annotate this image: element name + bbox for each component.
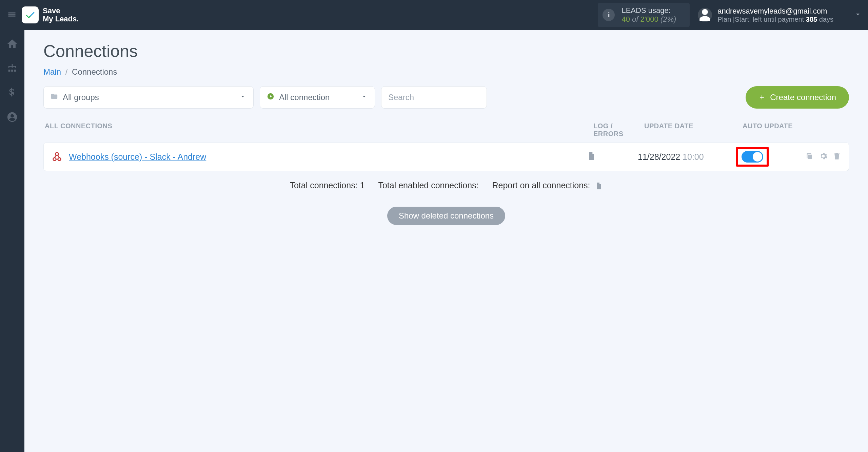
- plan-days-num: 385: [806, 16, 817, 23]
- plan-days-word: days: [819, 16, 833, 23]
- connections-filter-label: All connection: [279, 93, 330, 102]
- main-content: Connections Main / Connections All group…: [24, 30, 868, 452]
- usage-total: 2'000: [640, 15, 658, 23]
- total-connections: Total connections: 1: [290, 181, 364, 190]
- play-circle-icon: [267, 93, 274, 102]
- auto-update-cell: [736, 147, 790, 167]
- usage-of: of: [632, 15, 638, 23]
- groups-dropdown[interactable]: All groups: [43, 86, 254, 109]
- report-button[interactable]: [593, 181, 603, 190]
- nav-home[interactable]: [6, 38, 18, 51]
- svg-point-2: [56, 152, 59, 155]
- log-button[interactable]: [587, 151, 596, 162]
- leads-usage-box: i LEADS usage: 40 of 2'000 (2%): [598, 3, 690, 27]
- dollar-icon: [6, 87, 18, 98]
- show-deleted-button[interactable]: Show deleted connections: [387, 207, 505, 225]
- account-caret[interactable]: [854, 10, 862, 20]
- report-label: Report on all connections:: [492, 181, 590, 190]
- nav-connections[interactable]: [6, 62, 18, 75]
- sitemap-icon: [6, 62, 18, 74]
- breadcrumb-sep: /: [65, 67, 68, 76]
- copy-icon: [805, 152, 814, 161]
- total-label: Total connections:: [290, 181, 357, 190]
- total-value: 1: [360, 181, 365, 190]
- avatar-icon: [698, 8, 712, 22]
- highlight-annotation: [736, 147, 769, 167]
- plus-icon: [758, 94, 765, 101]
- col-all-connections: ALL CONNECTIONS: [45, 122, 593, 138]
- menu-toggle-button[interactable]: [3, 6, 20, 23]
- webhook-icon: [51, 151, 63, 163]
- nav-billing[interactable]: [6, 87, 18, 100]
- chevron-down-icon: [360, 93, 368, 102]
- file-icon: [595, 182, 603, 190]
- update-date: 11/28/2022: [638, 152, 680, 162]
- groups-label: All groups: [63, 93, 99, 102]
- usage-text: LEADS usage: 40 of 2'000 (2%): [622, 6, 676, 24]
- create-connection-label: Create connection: [770, 93, 836, 102]
- table-row: Webhooks (source) - Slack - Andrew 11/28…: [43, 143, 849, 171]
- brand-line2: My Leads.: [43, 15, 79, 23]
- account-menu[interactable]: andrewsavemyleads@gmail.com Plan |Start|…: [698, 7, 833, 23]
- create-connection-button[interactable]: Create connection: [746, 86, 849, 109]
- breadcrumb: Main / Connections: [43, 67, 849, 77]
- app-header: Save My Leads. i LEADS usage: 40 of 2'00…: [0, 0, 868, 30]
- hamburger-icon: [7, 10, 17, 20]
- log-cell: [587, 151, 638, 162]
- usage-current: 40: [622, 15, 630, 23]
- enabled-connections: Total enabled connections:: [378, 181, 478, 190]
- settings-button[interactable]: [819, 152, 828, 162]
- trash-icon: [832, 152, 841, 161]
- nav-account[interactable]: [6, 111, 18, 124]
- filter-bar: All groups All connection: [43, 86, 849, 109]
- logo-mark: [22, 6, 39, 23]
- connections-table: ALL CONNECTIONS LOG / ERRORS UPDATE DATE…: [43, 122, 849, 171]
- account-email: andrewsavemyleads@gmail.com: [717, 7, 833, 16]
- breadcrumb-main[interactable]: Main: [43, 67, 61, 76]
- plan-prefix: Plan |Start| left until payment: [717, 16, 804, 23]
- brand-logo[interactable]: Save My Leads.: [22, 6, 79, 23]
- account-plan: Plan |Start| left until payment 385 days: [717, 16, 833, 23]
- account-lines: andrewsavemyleads@gmail.com Plan |Start|…: [717, 7, 833, 23]
- usage-pct: (2%): [660, 15, 676, 23]
- delete-button[interactable]: [832, 152, 841, 162]
- summary-row: Total connections: 1 Total enabled conne…: [43, 181, 849, 190]
- copy-button[interactable]: [805, 152, 814, 162]
- page-title: Connections: [43, 41, 849, 61]
- date-cell: 11/28/2022 10:00: [638, 152, 736, 162]
- table-header: ALL CONNECTIONS LOG / ERRORS UPDATE DATE…: [43, 122, 849, 143]
- user-circle-icon: [6, 111, 18, 123]
- brand-name: Save My Leads.: [43, 7, 79, 23]
- svg-point-1: [58, 158, 61, 161]
- row-actions: [790, 152, 841, 162]
- col-auto-update: AUTO UPDATE: [743, 122, 848, 138]
- brand-line1: Save: [43, 7, 79, 15]
- usage-values: 40 of 2'000 (2%): [622, 15, 676, 24]
- update-time: 10:00: [683, 152, 704, 162]
- check-icon: [24, 9, 36, 21]
- svg-point-0: [53, 158, 56, 161]
- gear-icon: [819, 152, 828, 161]
- info-icon: i: [603, 9, 615, 21]
- col-log-errors: LOG / ERRORS: [593, 122, 644, 138]
- connections-filter-dropdown[interactable]: All connection: [260, 86, 375, 109]
- chevron-down-icon: [239, 93, 246, 102]
- side-rail: [0, 30, 24, 452]
- home-icon: [6, 38, 18, 50]
- folder-icon: [51, 93, 58, 102]
- file-icon: [587, 151, 596, 161]
- col-update-date: UPDATE DATE: [644, 122, 743, 138]
- search-input[interactable]: [381, 86, 487, 109]
- connection-name-link[interactable]: Webhooks (source) - Slack - Andrew: [69, 152, 587, 162]
- breadcrumb-current: Connections: [72, 67, 117, 76]
- chevron-down-icon: [854, 10, 862, 18]
- usage-label: LEADS usage:: [622, 6, 676, 15]
- auto-update-toggle[interactable]: [742, 151, 763, 163]
- report-all: Report on all connections:: [492, 181, 603, 190]
